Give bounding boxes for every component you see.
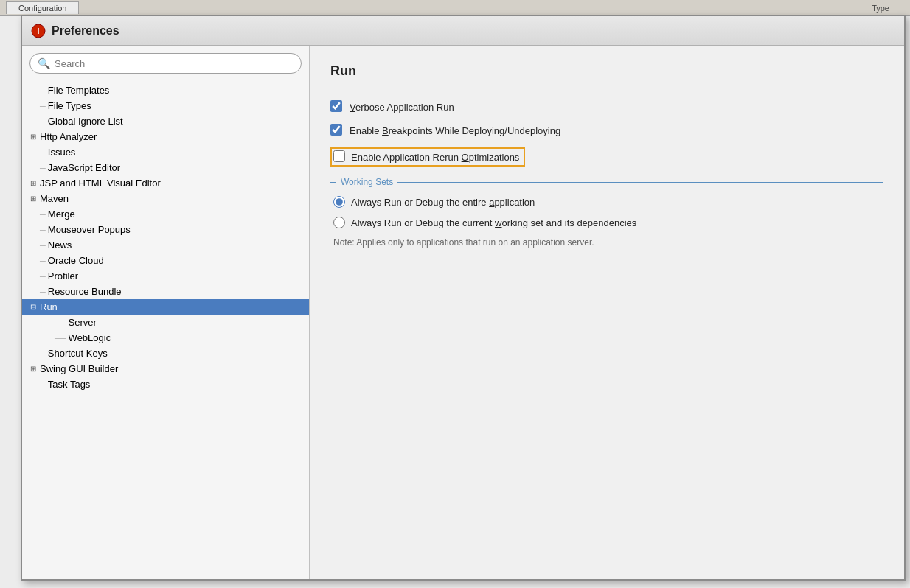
expand-icon: ⊞ [28,364,38,374]
sidebar-item-label: Shortcut Keys [48,348,108,359]
sidebar-item-label: Swing GUI Builder [40,363,118,374]
working-sets-label: Working Sets [330,177,883,187]
expand-icon: ⊞ [28,132,38,142]
radio-current-workingset-row: Always Run or Debug the current working … [330,217,883,228]
sidebar-item-label: Maven [40,193,69,204]
enable-breakpoints-label: Enable Breakpoints While Deploying/Undep… [350,125,560,136]
sidebar-item-server[interactable]: ── Server [22,315,309,330]
verbose-run-checkbox-wrapper [330,100,344,113]
sidebar-item-label: Mouseover Popups [48,224,131,235]
enable-breakpoints-checkbox-wrapper [330,124,344,137]
sidebar-item-file-templates[interactable]: ─ File Templates [22,83,309,98]
search-icon: 🔍 [38,57,50,69]
sidebar-item-profiler[interactable]: ─ Profiler [22,268,309,284]
search-box: 🔍 [29,53,302,74]
section-title: Run [330,63,883,85]
sidebar-item-weblogic[interactable]: ── WebLogic [22,330,309,346]
radio-entire-application-label: Always Run or Debug the entire applicati… [351,197,535,208]
top-bar: Configuration Type [0,0,910,16]
sidebar-item-label: Task Tags [48,379,91,390]
tree-container[interactable]: ─ File Templates ─ File Types ─ Global I… [22,80,309,579]
dash-icon: ── [55,318,66,327]
dash-icon: ─ [40,349,46,358]
sidebar-item-label: Server [69,317,97,328]
sidebar-item-task-tags[interactable]: ─ Task Tags [22,377,309,392]
working-sets-group: Working Sets Always Run or Debug the ent… [330,177,883,248]
sidebar-item-label: Http Analyzer [40,131,97,142]
sidebar-item-label: File Templates [48,85,110,96]
dash-icon: ─ [40,241,46,250]
enable-rerun-row: Enable Application Rerun Optimizations [330,147,883,167]
dash-icon: ── [55,334,66,343]
sidebar-item-label: News [48,239,72,251]
dialog-title: Preferences [52,24,119,38]
search-box-container: 🔍 [22,46,309,80]
sidebar-item-global-ignore-list[interactable]: ─ Global Ignore List [22,113,309,129]
enable-breakpoints-row: Enable Breakpoints While Deploying/Undep… [330,124,883,137]
dash-icon: ─ [40,164,46,172]
sidebar-item-swing-gui-builder[interactable]: ⊞ Swing GUI Builder [22,361,309,377]
sidebar-item-issues[interactable]: ─ Issues [22,144,309,160]
dash-icon: ─ [40,148,46,157]
sidebar-item-news[interactable]: ─ News [22,237,309,253]
sidebar-item-label: Oracle Cloud [48,255,104,266]
sidebar-item-run[interactable]: ⊟ Run [22,299,309,315]
dash-icon: ─ [40,380,46,389]
dialog-titlebar: i Preferences [22,16,904,46]
sidebar-item-label: Run [40,301,58,312]
dash-icon: ─ [40,287,46,296]
enable-rerun-highlight: Enable Application Rerun Optimizations [330,147,525,167]
type-label: Type [872,4,904,13]
sidebar-item-maven[interactable]: ⊞ Maven [22,191,309,206]
dash-icon: ─ [40,272,46,281]
sidebar-item-oracle-cloud[interactable]: ─ Oracle Cloud [22,253,309,268]
dash-icon: ─ [40,256,46,265]
search-input[interactable] [55,58,294,69]
radio-entire-application[interactable] [333,196,345,208]
sidebar-item-label: File Types [48,100,91,111]
sidebar-item-label: Global Ignore List [48,116,123,127]
dash-icon: ─ [40,86,46,95]
sidebar-item-javascript-editor[interactable]: ─ JavaScript Editor [22,160,309,175]
enable-breakpoints-checkbox[interactable] [330,124,342,136]
sidebar-item-mouseover-popups[interactable]: ─ Mouseover Popups [22,222,309,237]
content-panel: Run Verbose Application Run Enable Break… [310,46,904,579]
verbose-run-label: Verbose Application Run [350,102,454,113]
sidebar-item-label: Resource Bundle [48,286,122,297]
dialog-body: 🔍 ─ File Templates ─ File Types [22,46,904,579]
sidebar-item-http-analyzer[interactable]: ⊞ Http Analyzer [22,129,309,144]
sidebar-item-resource-bundle[interactable]: ─ Resource Bundle [22,284,309,299]
sidebar-item-merge[interactable]: ─ Merge [22,206,309,222]
radio-entire-application-row: Always Run or Debug the entire applicati… [330,196,883,208]
preferences-dialog: i Preferences 🔍 ─ File Templates [21,15,906,581]
dash-icon: ─ [40,102,46,111]
configuration-tab[interactable]: Configuration [6,1,79,14]
sidebar-item-jsp-html-editor[interactable]: ⊞ JSP and HTML Visual Editor [22,175,309,191]
sidebar-item-label: JSP and HTML Visual Editor [40,178,161,189]
enable-rerun-label: Enable Application Rerun Optimizations [351,152,519,163]
dash-icon: ─ [40,225,46,234]
sidebar-item-label: JavaScript Editor [48,162,120,173]
sidebar-item-label: Merge [48,209,75,220]
expand-icon: ⊟ [28,302,38,312]
radio-current-workingset-label: Always Run or Debug the current working … [351,217,636,228]
working-sets-note: Note: Applies only to applications that … [330,237,883,248]
sidebar-item-label: Profiler [48,270,78,281]
preferences-icon: i [31,24,46,38]
sidebar-item-file-types[interactable]: ─ File Types [22,98,309,113]
verbose-run-row: Verbose Application Run [330,100,883,113]
radio-current-workingset[interactable] [333,217,345,228]
enable-rerun-checkbox[interactable] [333,150,345,162]
dash-icon: ─ [40,210,46,219]
svg-text:i: i [37,27,39,35]
sidebar-item-label: Issues [48,147,76,158]
dash-icon: ─ [40,117,46,126]
expand-icon: ⊞ [28,194,38,204]
sidebar-item-shortcut-keys[interactable]: ─ Shortcut Keys [22,346,309,361]
sidebar: 🔍 ─ File Templates ─ File Types [22,46,310,579]
verbose-run-checkbox[interactable] [330,100,342,112]
enable-rerun-checkbox-wrapper [333,150,347,164]
expand-icon: ⊞ [28,178,38,189]
sidebar-item-label: WebLogic [69,332,111,343]
